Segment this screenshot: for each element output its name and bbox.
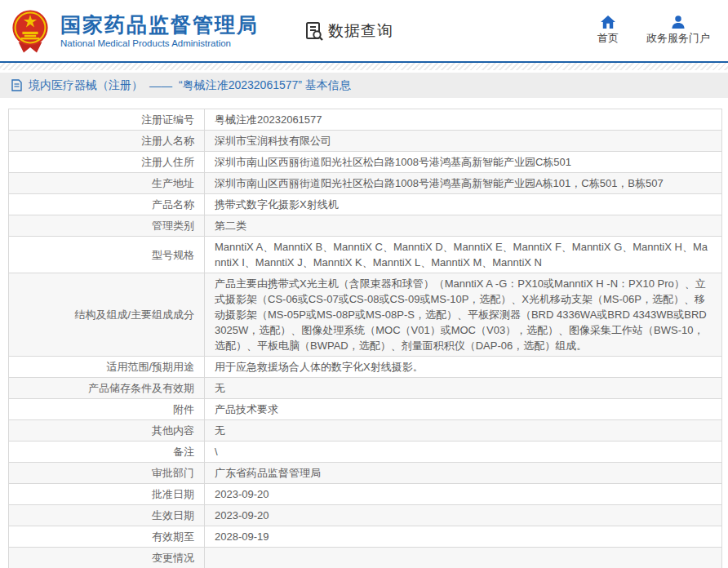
- user-icon: [671, 16, 686, 29]
- breadcrumb-separator: ——: [149, 79, 172, 92]
- nmpa-emblem-logo: [8, 7, 52, 55]
- table-row: 变更情况: [9, 548, 722, 568]
- row-label-cell: 生产地址: [9, 173, 205, 194]
- table-row: 有效期至 2028-09-19: [9, 526, 722, 548]
- registration-info-table: 注册证编号 粤械注准20232061577 注册人名称 深圳市宝润科技有限公司 …: [8, 109, 722, 568]
- row-label-cell: 注册人住所: [9, 152, 205, 173]
- row-value-cell: 产品主要由携带式X光主机（含限束器和球管）（ManntiX A -G：PX10或…: [205, 273, 722, 357]
- row-value-cell: 产品技术要求: [205, 399, 722, 420]
- row-label-cell: 注册证编号: [9, 109, 205, 131]
- nav-portal[interactable]: 政务服务门户: [646, 16, 710, 46]
- nav-home-label: 首页: [597, 31, 619, 46]
- row-label-cell: 有效期至: [9, 526, 205, 548]
- row-value-cell: ManntiX A、ManntiX B、ManntiX C、ManntiX D、…: [205, 237, 722, 273]
- row-label-cell: 附件: [9, 399, 205, 420]
- row-value-cell: 广东省药品监督管理局: [205, 463, 722, 484]
- row-value-cell: 用于应急救援场合人体的数字化X射线摄影。: [205, 357, 722, 378]
- table-row: 生效日期 2023-09-20: [9, 505, 722, 526]
- row-value-cell: 粤械注准20232061577: [205, 109, 722, 131]
- top-nav: 首页 政务服务门户: [597, 16, 710, 46]
- row-value-cell: 2023-09-20: [205, 505, 722, 526]
- table-row: 批准日期 2023-09-20: [9, 484, 722, 505]
- table-row: 生产地址 深圳市南山区西丽街道阳光社区松白路1008号港鸿基高新智能产业园A栋1…: [9, 173, 722, 194]
- table-row: 注册人名称 深圳市宝润科技有限公司: [9, 131, 722, 152]
- table-row: 备注 \: [9, 442, 722, 463]
- row-value-cell: 无: [205, 378, 722, 399]
- table-row: 注册人住所 深圳市南山区西丽街道阳光社区松白路1008号港鸿基高新智能产业园C栋…: [9, 152, 722, 173]
- row-label-cell: 适用范围/预期用途: [9, 357, 205, 378]
- row-value-cell: 无: [205, 420, 722, 442]
- table-row: 型号规格 ManntiX A、ManntiX B、ManntiX C、Mannt…: [9, 237, 722, 273]
- row-value-cell: 2023-09-20: [205, 484, 722, 505]
- row-value-cell: 深圳市宝润科技有限公司: [205, 131, 722, 152]
- row-label-cell: 结构及组成/主要组成成分: [9, 273, 205, 357]
- hatch-band: [0, 63, 728, 70]
- document-icon: [11, 79, 22, 91]
- data-query-icon: [304, 20, 325, 42]
- data-query-tab[interactable]: 数据查询: [304, 20, 393, 42]
- row-value-cell: 携带式数字化摄影X射线机: [205, 194, 722, 215]
- table-row: 注册证编号 粤械注准20232061577: [9, 109, 722, 131]
- data-query-label: 数据查询: [328, 20, 393, 42]
- breadcrumb-category[interactable]: 境内医疗器械（注册）: [29, 78, 143, 93]
- agency-title: 国家药品监督管理局: [60, 13, 259, 37]
- info-table-body: 注册证编号 粤械注准20232061577 注册人名称 深圳市宝润科技有限公司 …: [9, 109, 722, 568]
- table-row: 产品名称 携带式数字化摄影X射线机: [9, 194, 722, 215]
- breadcrumb-bar: 境内医疗器械（注册） —— “粤械注准20232061577” 基本信息: [0, 73, 728, 98]
- row-label-cell: 型号规格: [9, 237, 205, 273]
- row-label-cell: 产品名称: [9, 194, 205, 215]
- registration-info-section: 注册证编号 粤械注准20232061577 注册人名称 深圳市宝润科技有限公司 …: [8, 109, 722, 568]
- nav-home[interactable]: 首页: [597, 16, 619, 46]
- row-value-cell: 2028-09-19: [205, 526, 722, 548]
- row-label-cell: 变更情况: [9, 548, 205, 568]
- row-label-cell: 管理类别: [9, 215, 205, 237]
- page-header: 国家药品监督管理局 National Medical Products Admi…: [0, 0, 728, 61]
- row-value-cell: \: [205, 442, 722, 463]
- table-row: 管理类别 第二类: [9, 215, 722, 237]
- agency-title-block: 国家药品监督管理局 National Medical Products Admi…: [60, 13, 259, 48]
- row-value-cell: [205, 548, 722, 568]
- national-emblem-icon: [9, 8, 51, 54]
- row-value-cell: 第二类: [205, 215, 722, 237]
- row-label-cell: 批准日期: [9, 484, 205, 505]
- row-label-cell: 生效日期: [9, 505, 205, 526]
- row-label-cell: 产品储存条件及有效期: [9, 378, 205, 399]
- nav-portal-label: 政务服务门户: [646, 31, 710, 46]
- breadcrumb: 境内医疗器械（注册） —— “粤械注准20232061577” 基本信息: [11, 78, 351, 93]
- breadcrumb-title: “粤械注准20232061577” 基本信息: [179, 78, 351, 93]
- row-label-cell: 注册人名称: [9, 131, 205, 152]
- row-value-cell: 深圳市南山区西丽街道阳光社区松白路1008号港鸿基高新智能产业园A栋101，C栋…: [205, 173, 722, 194]
- row-label-cell: 备注: [9, 442, 205, 463]
- table-row: 产品储存条件及有效期 无: [9, 378, 722, 399]
- table-row: 其他内容 无: [9, 420, 722, 442]
- row-label-cell: 其他内容: [9, 420, 205, 442]
- agency-subtitle: National Medical Products Administration: [60, 38, 259, 48]
- row-label-cell: 审批部门: [9, 463, 205, 484]
- home-icon: [601, 16, 615, 29]
- table-row: 附件 产品技术要求: [9, 399, 722, 420]
- row-value-cell: 深圳市南山区西丽街道阳光社区松白路1008号港鸿基高新智能产业园C栋501: [205, 152, 722, 173]
- table-row: 适用范围/预期用途 用于应急救援场合人体的数字化X射线摄影。: [9, 357, 722, 378]
- table-row: 结构及组成/主要组成成分 产品主要由携带式X光主机（含限束器和球管）（Mannt…: [9, 273, 722, 357]
- table-row: 审批部门 广东省药品监督管理局: [9, 463, 722, 484]
